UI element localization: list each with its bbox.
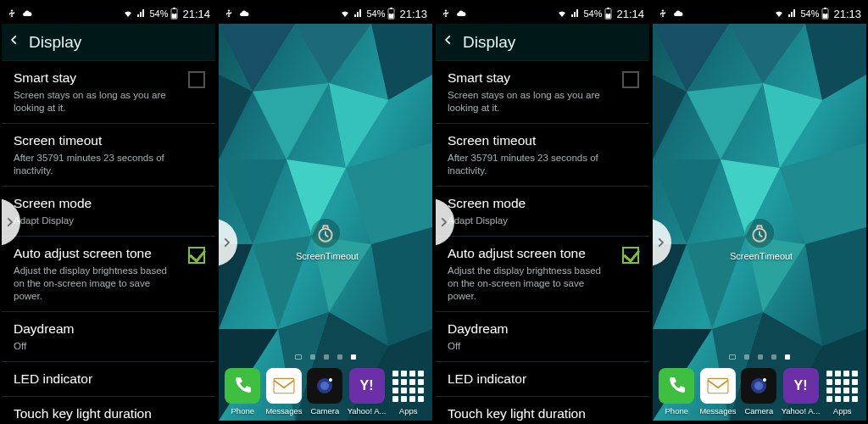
settings-list: Smart stayScreen stays on as long as you…	[436, 61, 649, 421]
wifi-icon	[122, 8, 134, 19]
setting-screen-mode[interactable]: Screen modeAdapt Display	[436, 187, 649, 237]
pager-dot[interactable]	[771, 354, 776, 360]
pager-dot[interactable]	[758, 354, 763, 360]
setting-screen-timeout[interactable]: Screen timeoutAfter 35791 minutes 23 sec…	[436, 124, 649, 187]
phone-settings-1: 54% 21:14 Display Smart stayScreen stays…	[2, 3, 215, 421]
setting-label: Screen timeout	[448, 132, 639, 149]
dock-app-msg[interactable]: Messages	[265, 368, 303, 416]
setting-led-indicator[interactable]: LED indicator	[2, 362, 215, 397]
usb-icon	[7, 8, 17, 19]
pager-home[interactable]	[729, 354, 736, 360]
page-indicator[interactable]	[729, 354, 790, 360]
dock-app-msg[interactable]: Messages	[699, 368, 737, 416]
setting-touch-key-light-duration[interactable]: Touch key light duration1.5 seconds	[2, 397, 215, 421]
setting-sub: Adapt Display	[14, 215, 179, 227]
dock-app-apps[interactable]: Apps	[389, 368, 427, 416]
phone-home-2: 54% 21:13 ScreenTimeout	[653, 3, 866, 421]
setting-sub: Off	[448, 340, 613, 353]
back-icon[interactable]	[442, 32, 454, 52]
apps-icon	[825, 368, 860, 404]
apps-icon	[391, 368, 426, 404]
svg-rect-54	[708, 378, 728, 393]
cloud-icon	[238, 8, 250, 19]
setting-sub: Adjust the display brightness based on t…	[14, 265, 179, 303]
pager-dot[interactable]	[337, 354, 342, 360]
page-title: Display	[29, 33, 81, 52]
setting-sub: Off	[14, 340, 179, 353]
settings-header: Display	[436, 24, 649, 61]
app-label: Phone	[665, 406, 688, 416]
dock-app-cam[interactable]: Camera	[306, 368, 344, 416]
setting-sub: Adjust the display brightness based on t…	[448, 265, 613, 303]
setting-label: Screen mode	[14, 195, 205, 212]
pager-dot[interactable]	[744, 354, 749, 360]
dock-app-phone[interactable]: Phone	[224, 368, 262, 416]
yahoo-icon: Y!	[783, 368, 819, 404]
home-screen[interactable]: ScreenTimeout PhoneMessagesCameraY!Yahoo…	[219, 24, 432, 421]
clock: 21:13	[833, 8, 861, 20]
dock-app-phone[interactable]: Phone	[658, 368, 696, 416]
checkbox[interactable]	[188, 71, 205, 88]
setting-auto-adjust-screen-tone[interactable]: Auto adjust screen toneAdjust the displa…	[436, 237, 649, 312]
pager-dot-current[interactable]	[351, 354, 356, 360]
setting-sub: Screen stays on as long as you are looki…	[14, 89, 179, 114]
page-indicator[interactable]	[295, 354, 356, 360]
dock-app-yahoo[interactable]: Y!Yahoo! A...	[348, 368, 387, 416]
cam-icon	[741, 368, 776, 404]
setting-daydream[interactable]: DaydreamOff	[2, 312, 215, 362]
setting-label: Auto adjust screen tone	[14, 245, 205, 262]
status-bar: 54% 21:14	[436, 3, 649, 24]
checkbox[interactable]	[622, 247, 639, 264]
setting-label: Screen timeout	[14, 132, 205, 149]
setting-smart-stay[interactable]: Smart stayScreen stays on as long as you…	[436, 61, 649, 124]
battery-pct: 54%	[583, 8, 602, 19]
setting-label: Daydream	[14, 321, 205, 338]
svg-point-57	[763, 378, 766, 382]
clock: 21:14	[616, 8, 644, 20]
svg-rect-33	[825, 8, 827, 8]
phone-icon	[659, 368, 694, 404]
wifi-icon	[773, 8, 785, 19]
status-bar: 54% 21:13	[653, 3, 866, 24]
setting-screen-mode[interactable]: Screen modeAdapt Display	[2, 187, 215, 237]
cloud-icon	[455, 8, 467, 19]
back-icon[interactable]	[8, 32, 20, 52]
msg-icon	[700, 368, 736, 404]
status-bar: 54% 21:13	[219, 3, 432, 24]
cloud-icon	[21, 8, 33, 19]
setting-label: Screen mode	[448, 195, 639, 212]
pager-dot-current[interactable]	[785, 354, 790, 360]
setting-label: Smart stay	[448, 70, 639, 86]
checkbox[interactable]	[622, 71, 639, 88]
setting-auto-adjust-screen-tone[interactable]: Auto adjust screen toneAdjust the displa…	[2, 237, 215, 312]
battery-charging-icon	[387, 8, 395, 20]
dock-app-yahoo[interactable]: Y!Yahoo! A...	[782, 368, 821, 416]
setting-sub: Screen stays on as long as you are looki…	[448, 89, 613, 114]
setting-label: Auto adjust screen tone	[448, 245, 639, 262]
setting-sub: After 35791 minutes 23 seconds of inacti…	[448, 152, 613, 177]
pager-dot[interactable]	[324, 354, 329, 360]
setting-smart-stay[interactable]: Smart stayScreen stays on as long as you…	[2, 61, 215, 124]
svg-rect-1	[174, 8, 176, 8]
battery-pct: 54%	[149, 8, 168, 19]
pager-dot[interactable]	[310, 354, 315, 360]
phone-icon	[225, 368, 260, 404]
dock-app-cam[interactable]: Camera	[740, 368, 778, 416]
setting-led-indicator[interactable]: LED indicator	[436, 362, 649, 397]
pager-home[interactable]	[295, 354, 302, 360]
setting-daydream[interactable]: DaydreamOff	[436, 312, 649, 362]
setting-label: LED indicator	[14, 371, 205, 388]
usb-icon	[441, 8, 451, 19]
battery-pct: 54%	[800, 8, 819, 19]
dock-app-apps[interactable]: Apps	[823, 368, 861, 416]
setting-screen-timeout[interactable]: Screen timeoutAfter 35791 minutes 23 sec…	[2, 124, 215, 187]
setting-touch-key-light-duration[interactable]: Touch key light duration1.5 seconds	[436, 397, 649, 421]
clock: 21:13	[399, 8, 427, 20]
checkbox[interactable]	[188, 247, 205, 264]
setting-label: Daydream	[448, 321, 639, 338]
usb-icon	[224, 8, 234, 19]
home-screen[interactable]: ScreenTimeout PhoneMessagesCameraY!Yahoo…	[653, 24, 866, 421]
battery-charging-icon	[604, 8, 612, 20]
cloud-icon	[672, 8, 684, 19]
settings-header: Display	[2, 24, 215, 61]
